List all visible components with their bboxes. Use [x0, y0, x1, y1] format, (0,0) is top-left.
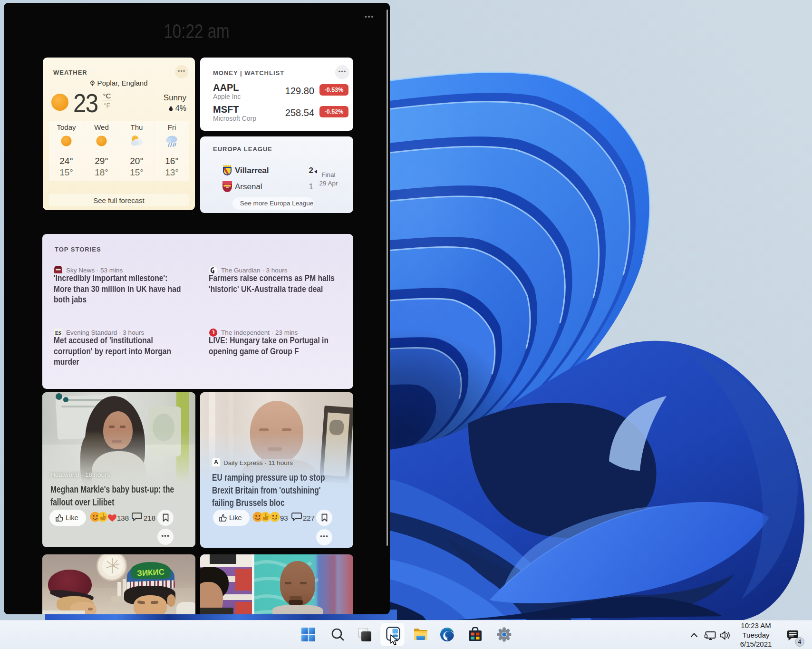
svg-text:ЗИКИС: ЗИКИС: [137, 567, 165, 578]
svg-text:ES: ES: [55, 330, 61, 336]
